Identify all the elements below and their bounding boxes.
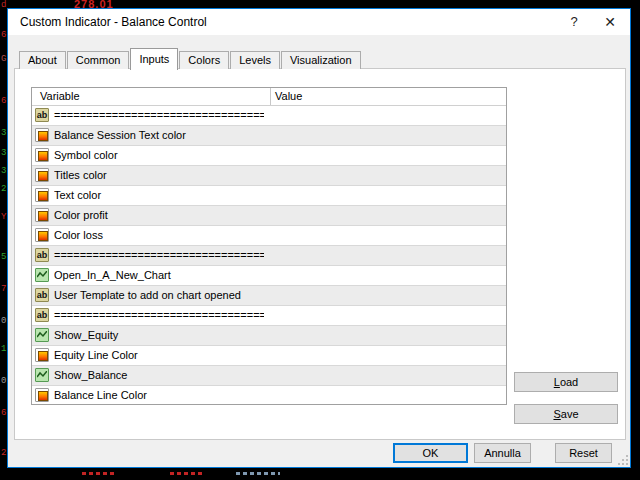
column-header-value: Value	[275, 88, 302, 105]
param-name: =================================	[54, 246, 264, 265]
tab-colors[interactable]: Colors	[179, 51, 229, 69]
param-name: =================================	[54, 106, 264, 125]
axis-glyph: 0	[1, 316, 6, 326]
color-parameter-icon	[35, 128, 49, 142]
table-row[interactable]: Equity Line ColorRed	[32, 346, 506, 366]
table-row[interactable]: Show_Balancetrue	[32, 366, 506, 386]
save-button[interactable]: Save	[514, 404, 618, 424]
string-parameter-icon: ab	[35, 308, 49, 322]
table-row[interactable]: Symbol colorWhite	[32, 146, 506, 166]
background-chart-left-axis: d6G63332Y5701062	[0, 0, 7, 480]
color-parameter-icon	[35, 188, 49, 202]
custom-indicator-dialog: Custom Indicator - Balance Control ? ✕ A…	[7, 8, 631, 468]
table-row[interactable]: Open_In_A_New_Charttrue	[32, 266, 506, 286]
color-parameter-icon	[35, 388, 49, 402]
string-parameter-icon: ab	[35, 108, 49, 122]
title-bar[interactable]: Custom Indicator - Balance Control ? ✕	[8, 9, 630, 35]
param-name: Balance Session Text color	[54, 126, 264, 145]
tab-common[interactable]: Common	[67, 51, 130, 69]
color-parameter-icon	[35, 348, 49, 362]
tab-levels[interactable]: Levels	[230, 51, 280, 69]
resize-grip[interactable]	[617, 454, 628, 465]
column-header-variable: Variable	[40, 88, 80, 105]
axis-glyph: Y	[1, 212, 6, 222]
reset-button[interactable]: Reset	[555, 443, 612, 463]
table-row[interactable]: Show_Equitytrue	[32, 326, 506, 346]
axis-glyph: 3	[1, 166, 6, 176]
load-button[interactable]: Load	[514, 372, 618, 392]
param-name: =================================	[54, 306, 264, 325]
axis-glyph: 6	[1, 30, 6, 40]
close-icon[interactable]: ✕	[594, 9, 626, 35]
table-row[interactable]: Color lossRed	[32, 226, 506, 246]
color-parameter-icon	[35, 148, 49, 162]
color-parameter-icon	[35, 168, 49, 182]
axis-glyph: 2	[1, 448, 6, 458]
param-name: Titles color	[54, 166, 264, 185]
bool-parameter-icon	[35, 268, 49, 282]
param-name: Color profit	[54, 206, 264, 225]
color-parameter-icon	[35, 208, 49, 222]
dialog-title: Custom Indicator - Balance Control	[20, 15, 207, 29]
axis-glyph: 0	[1, 376, 6, 386]
param-name: Equity Line Color	[54, 346, 264, 365]
ok-button[interactable]: OK	[393, 443, 468, 463]
table-header: Variable Value	[32, 88, 506, 106]
axis-glyph: 3	[1, 148, 6, 158]
table-row[interactable]: Balance Session Text colorWhite	[32, 126, 506, 146]
color-parameter-icon	[35, 228, 49, 242]
parameters-table: Variable Value ab=======================…	[31, 87, 507, 405]
table-row[interactable]: abUser Template to add on chart openedbb…	[32, 286, 506, 306]
cancel-button[interactable]: Annulla	[474, 443, 531, 463]
string-parameter-icon: ab	[35, 288, 49, 302]
param-name: Open_In_A_New_Chart	[54, 266, 264, 285]
axis-glyph: 5	[1, 252, 6, 262]
tab-visualization[interactable]: Visualization	[281, 51, 361, 69]
bool-parameter-icon	[35, 368, 49, 382]
axis-glyph: G	[1, 54, 6, 64]
axis-glyph: 3	[1, 128, 6, 138]
table-row[interactable]: Balance Line ColorGreen	[32, 386, 506, 405]
help-icon[interactable]: ?	[558, 9, 590, 35]
param-name: Symbol color	[54, 146, 264, 165]
table-row[interactable]: Titles colorWhite	[32, 166, 506, 186]
table-row[interactable]: ab=================================LINES…	[32, 306, 506, 326]
axis-glyph: 1	[1, 344, 6, 354]
param-name: User Template to add on chart opened	[54, 286, 264, 305]
param-name: Text color	[54, 186, 264, 205]
background-text-fragment	[236, 472, 280, 475]
axis-glyph: 6	[1, 96, 6, 106]
background-text-fragment	[82, 472, 116, 475]
param-name: Color loss	[54, 226, 264, 245]
table-row[interactable]: Text colorWhite	[32, 186, 506, 206]
tab-inputs[interactable]: Inputs	[130, 48, 178, 70]
axis-glyph: 7	[1, 284, 6, 294]
string-parameter-icon: ab	[35, 248, 49, 262]
param-name: Show_Equity	[54, 326, 264, 345]
axis-glyph: 2	[1, 184, 6, 194]
param-name: Show_Balance	[54, 366, 264, 385]
table-row[interactable]: ab=================================DASHB…	[32, 106, 506, 126]
table-row[interactable]: ab=================================NEW_C…	[32, 246, 506, 266]
background-text-fragment	[170, 472, 204, 475]
table-row[interactable]: Color profitLime	[32, 206, 506, 226]
axis-glyph: 6	[1, 408, 6, 418]
param-name: Balance Line Color	[54, 386, 264, 405]
tab-about[interactable]: About	[19, 51, 66, 69]
axis-glyph: d	[1, 0, 6, 10]
bool-parameter-icon	[35, 328, 49, 342]
tab-bar: AboutCommonInputsColorsLevelsVisualizati…	[19, 50, 362, 69]
